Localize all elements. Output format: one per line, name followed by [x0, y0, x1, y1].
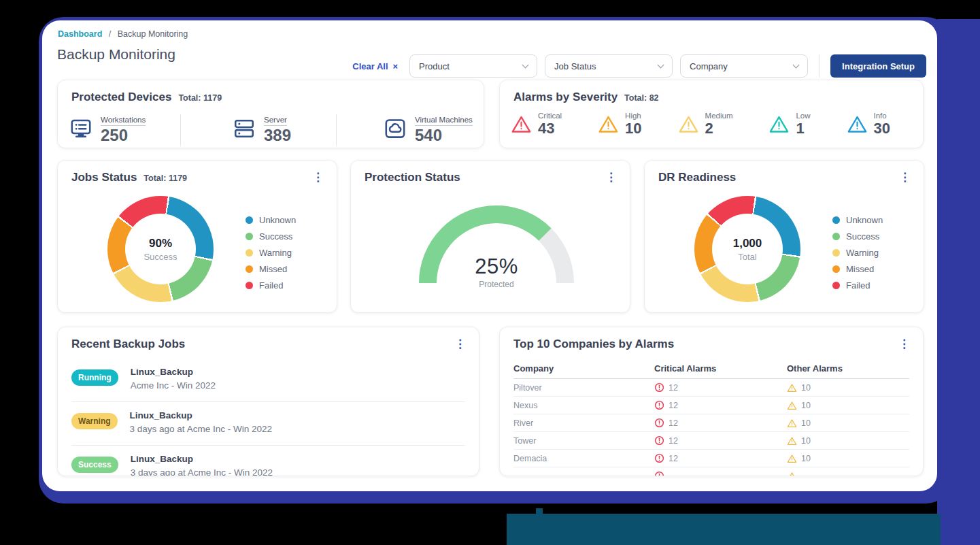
protected-devices-total: Total: 1179: [178, 93, 222, 103]
page: Dashboard / Backup Monitoring Backup Mon…: [0, 0, 980, 545]
warning-triangle-icon: [511, 114, 532, 134]
virtual-machine-icon: [383, 116, 407, 141]
alarms-title: Alarms by Severity: [513, 90, 618, 104]
warning-triangle-icon: [787, 401, 797, 410]
kebab-menu-icon[interactable]: ⋮: [896, 170, 914, 184]
table-row: Nexus1210: [513, 397, 909, 414]
alarms-total: Total: 82: [624, 93, 658, 103]
other-alarms-cell: 10: [787, 401, 909, 410]
warning-triangle-icon: [787, 418, 797, 428]
legend-item-failed[interactable]: Failed: [832, 280, 883, 291]
integration-setup-button[interactable]: Integration Setup: [830, 54, 926, 78]
kebab-menu-icon[interactable]: ⋮: [451, 337, 469, 351]
legend-item-unknown[interactable]: Unknown: [246, 215, 296, 225]
protected-devices-card: Protected Devices Total: 1179 Workstatio…: [57, 80, 484, 148]
legend-item-failed[interactable]: Failed: [246, 280, 296, 291]
dr-readiness-legend: Unknown Success Warning Missed Failed: [832, 215, 883, 291]
table-row: Demacia1210: [513, 450, 909, 467]
critical-alarms-value: 12: [669, 401, 678, 410]
warning-triangle-icon: [847, 114, 868, 134]
jobs-status-donut-chart: 90% Success: [107, 196, 214, 302]
protection-status-title: Protection Status: [365, 171, 460, 184]
critical-label: Critical: [538, 112, 562, 120]
virtual-machines-stat: Virtual Machines 540: [383, 113, 473, 145]
critical-alert-icon: [654, 418, 664, 428]
job-row: Warning Linux_Backup 3 days ago at Acme …: [71, 402, 465, 446]
legend-item-unknown[interactable]: Unknown: [832, 215, 883, 225]
legend-dot: [832, 216, 840, 224]
job-name: Linux_Backup: [131, 367, 216, 377]
legend-item-success[interactable]: Success: [246, 231, 296, 242]
recent-backup-jobs-card: Recent Backup Jobs ⋮ Running Linux_Backu…: [57, 327, 479, 476]
column-header-other: Other Alarms: [787, 363, 909, 374]
jobs-status-title: Jobs Status: [71, 171, 137, 184]
company-cell: Nexus: [513, 401, 654, 410]
other-alarms-cell: 10: [787, 383, 909, 393]
dr-readiness-card: DR Readiness ⋮ 1,000 Total Unknown Succe…: [644, 160, 924, 313]
alarms-by-severity-card: Alarms by Severity Total: 82 Critical 43…: [499, 80, 924, 148]
recent-jobs-title: Recent Backup Jobs: [71, 337, 185, 351]
column-header-company: Company: [513, 363, 654, 374]
high-label: High: [625, 112, 641, 120]
table-row: River1210: [513, 414, 909, 432]
low-value: 1: [796, 120, 810, 137]
critical-alert-icon: [654, 435, 664, 446]
product-filter-dropdown[interactable]: Product: [409, 54, 537, 78]
critical-alarms-value: 12: [669, 436, 678, 446]
chevron-down-icon: [522, 61, 529, 68]
kebab-menu-icon[interactable]: ⋮: [602, 170, 620, 184]
legend-dot: [246, 282, 253, 289]
table-row: [513, 467, 909, 476]
job-status-filter-label: Job Status: [554, 61, 596, 71]
kebab-menu-icon[interactable]: ⋮: [895, 337, 913, 351]
other-alarms-value: 10: [801, 418, 811, 428]
legend-item-missed[interactable]: Missed: [832, 264, 883, 274]
dr-readiness-donut-chart: 1,000 Total: [694, 196, 800, 302]
info-value: 30: [874, 120, 890, 137]
divider: [336, 114, 337, 146]
close-icon[interactable]: ×: [393, 61, 399, 71]
legend-label: Success: [259, 231, 292, 242]
footer-bar-notch: [536, 508, 543, 515]
breadcrumb: Dashboard / Backup Monitoring: [58, 29, 188, 39]
warning-triangle-icon: [787, 383, 797, 393]
clear-all-button[interactable]: Clear All ×: [352, 61, 398, 71]
kebab-menu-icon[interactable]: ⋮: [309, 170, 327, 184]
job-status-filter-dropdown[interactable]: Job Status: [545, 54, 673, 78]
info-alarm-stat: Info 30: [847, 112, 890, 137]
job-name: Linux_Backup: [130, 410, 272, 420]
critical-alarms-cell: 12: [654, 400, 787, 410]
product-filter-label: Product: [419, 61, 450, 71]
virtual-machines-label: Virtual Machines: [415, 116, 473, 126]
top-companies-title: Top 10 Companies by Alarms: [513, 337, 674, 351]
legend-item-success[interactable]: Success: [832, 231, 883, 242]
low-label: Low: [796, 112, 810, 120]
column-header-critical: Critical Alarms: [654, 363, 787, 374]
critical-alert-icon: [654, 382, 664, 393]
status-badge: Success: [71, 457, 118, 473]
breadcrumb-current: Backup Monitoring: [118, 29, 188, 39]
workstation-icon: [69, 116, 93, 141]
legend-item-warning[interactable]: Warning: [832, 248, 883, 258]
protection-center-value: 25%: [415, 254, 578, 279]
critical-alarms-value: 12: [669, 383, 678, 393]
workstations-value: 250: [101, 126, 146, 145]
server-icon: [232, 116, 256, 141]
protection-status-card: Protection Status ⋮ 25% Protected: [350, 160, 630, 313]
other-alarms-value: 10: [801, 454, 811, 463]
clear-all-label: Clear All: [352, 61, 388, 71]
legend-item-warning[interactable]: Warning: [246, 248, 296, 258]
company-filter-dropdown[interactable]: Company: [680, 54, 808, 78]
divider: [819, 54, 820, 78]
breadcrumb-dashboard-link[interactable]: Dashboard: [58, 29, 102, 39]
company-cell: Demacia: [513, 454, 654, 463]
other-alarms-cell: 10: [787, 436, 909, 446]
legend-item-missed[interactable]: Missed: [246, 264, 296, 274]
medium-alarm-stat: Medium 2: [678, 112, 733, 137]
high-value: 10: [625, 120, 641, 137]
critical-alert-icon: [654, 453, 664, 463]
other-alarms-value: 10: [801, 436, 811, 446]
company-filter-label: Company: [690, 61, 728, 71]
other-alarms-value: 10: [801, 383, 811, 393]
legend-label: Missed: [259, 264, 287, 274]
